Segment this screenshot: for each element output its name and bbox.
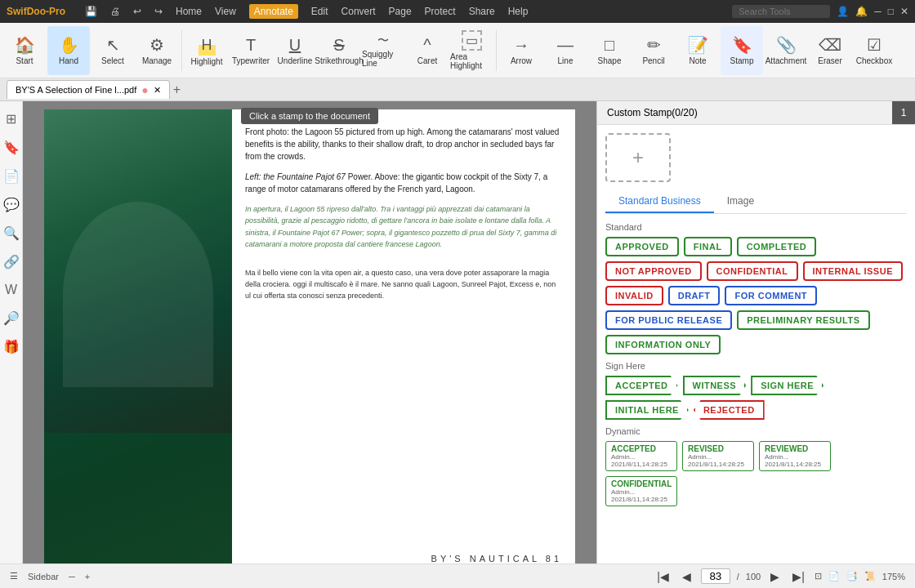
sidebar-search-icon[interactable]: 🔍 [0,222,23,244]
next-page-button[interactable]: ▶ [767,568,783,585]
scroll-icon[interactable]: 📜 [864,571,876,581]
sidebar-thumbnail-icon[interactable]: 📄 [0,165,23,187]
tool-checkbox[interactable]: ☑ Checkbox [853,26,895,75]
menu-help[interactable]: Help [508,6,529,17]
tool-area-highlight[interactable]: ▭ Area Highlight [450,26,493,75]
dynamic-stamp-accepted[interactable]: ACCEPTED Admin... 2021/8/11,14:28:25 [605,441,677,471]
dynamic-stamp-accepted-title: ACCEPTED [611,444,672,453]
menu-convert[interactable]: Convert [341,6,376,17]
page-total: 100 [746,572,761,581]
save-icon[interactable]: 💾 [85,6,97,17]
dynamic-stamp-reviewed[interactable]: REVIEWED Admin... 2021/8/11,14:28:25 [759,441,831,471]
close-icon[interactable]: ✕ [900,6,908,17]
attachment-icon: 📎 [776,35,797,55]
undo-icon[interactable]: ↩ [133,6,141,17]
menu-edit[interactable]: Edit [311,6,328,17]
tool-stamp[interactable]: 🔖 Stamp [721,26,763,75]
stamp-rejected[interactable]: REJECTED [694,400,765,420]
page-number-input[interactable] [701,568,730,584]
tool-caret[interactable]: ^ Caret [406,26,449,75]
redo-icon[interactable]: ↪ [154,6,163,17]
tool-arrow[interactable]: → Arrow [500,26,542,75]
tool-manage[interactable]: ⚙ Manage [136,26,178,75]
tool-typewriter[interactable]: T Typewriter [230,26,272,75]
tool-line-label: Line [558,56,574,65]
menu-page[interactable]: Page [389,6,412,17]
tool-shape[interactable]: □ Shape [588,26,631,75]
tool-underline[interactable]: U Underline [274,26,316,75]
stamp-approved[interactable]: APPROVED [605,237,679,256]
pdf-text-col2: Ma il bello viene con la vita open air, … [245,267,562,302]
pdf-text-p2-label: Left: the Fountaine Pajot 67 [245,172,346,181]
sidebar-gift-icon[interactable]: 🎁 [0,336,23,358]
single-page-icon[interactable]: 📄 [828,571,840,581]
sidebar-home-icon[interactable]: ⊞ [2,108,20,130]
stamp-sign-here[interactable]: SIGN HERE [751,376,824,395]
stamp-for-public-release[interactable]: FOR PUBLIC RELEASE [605,310,732,330]
new-tab-button[interactable]: + [173,82,181,97]
two-page-icon[interactable]: 📑 [846,571,858,581]
stamp-preliminary-results[interactable]: PRELIMINARY RESULTS [737,310,869,330]
stamp-initial-here[interactable]: INITIAL HERE [605,400,689,420]
page-expand-button[interactable]: + [85,572,90,581]
stamp-information-only[interactable]: INFORMATION ONLY [605,335,721,354]
sidebar-toggle-button[interactable]: ☰ [10,571,18,581]
last-page-button[interactable]: ▶| [789,568,808,585]
stamp-draft[interactable]: DRAFT [668,286,721,305]
status-bar: ☰ Sidebar ─ + |◀ ◀ / 100 ▶ ▶| ⊡ 📄 📑 📜 17… [0,564,915,588]
stamp-panel-header: Custom Stamp(0/20) ✕ [597,101,915,125]
page-number-indicator: 1 [892,101,915,124]
tool-attachment[interactable]: 📎 Attachment [765,26,807,75]
sidebar-comment-icon[interactable]: 💬 [0,194,23,216]
stamp-internal-issue[interactable]: INTERNAL ISSUE [803,261,903,281]
menu-share[interactable]: Share [469,6,495,17]
stamp-accepted[interactable]: ACCEPTED [605,376,678,395]
stamp-witness[interactable]: WITNESS [683,376,747,395]
page-shrink-button[interactable]: ─ [69,572,75,581]
minimize-icon[interactable]: ─ [874,6,882,17]
tool-select[interactable]: ↖ Select [92,26,134,75]
notification-icon[interactable]: 🔔 [855,6,868,17]
tool-start-label: Start [16,56,33,65]
stamp-not-approved[interactable]: NOT APPROVED [605,261,702,281]
tab-image[interactable]: Image [714,190,767,213]
tool-eraser[interactable]: ⌫ Eraser [809,26,851,75]
tool-highlight[interactable]: H Highlight [185,26,228,75]
maximize-icon[interactable]: □ [888,6,894,17]
dynamic-stamp-reviewed-title: REVIEWED [765,444,825,453]
tool-strikethrough[interactable]: S Strikethrough [318,26,360,75]
stamp-completed[interactable]: COMPLETED [737,237,817,256]
stamp-final[interactable]: FINAL [684,237,732,256]
menu-bar: SwifDoo-Pro 💾 🖨 ↩ ↪ Home View Annotate E… [0,0,915,23]
tab-close-icon[interactable]: ✕ [154,85,161,96]
fit-page-icon[interactable]: ⊡ [815,571,822,581]
area-highlight-icon: ▭ [462,30,482,51]
first-page-button[interactable]: |◀ [654,568,672,585]
stamp-invalid[interactable]: INVALID [605,286,663,305]
sidebar-bookmark-icon[interactable]: 🔖 [0,136,23,158]
tool-note[interactable]: 📝 Note [676,26,719,75]
menu-annotate[interactable]: Annotate [249,4,298,19]
dynamic-stamp-revised[interactable]: REVISED Admin... 2021/8/11,14:28:25 [682,441,754,471]
tab-standard-business[interactable]: Standard Business [605,190,714,213]
tool-pencil[interactable]: ✏ Pencil [632,26,675,75]
dynamic-stamp-confidential[interactable]: CONFIDENTIAL Admin... 2021/8/11,14:28:25 [605,476,677,506]
sidebar-text-icon[interactable]: W [2,279,20,301]
search-input[interactable] [732,5,830,18]
user-icon[interactable]: 👤 [837,6,849,17]
sidebar-find-icon[interactable]: 🔎 [0,307,23,329]
tool-line[interactable]: — Line [544,26,587,75]
menu-home[interactable]: Home [176,6,202,17]
tool-start[interactable]: 🏠 Start [3,26,46,75]
prev-page-button[interactable]: ◀ [679,568,694,585]
tool-hand[interactable]: ✋ Hand [47,26,90,75]
sidebar-link-icon[interactable]: 🔗 [0,251,23,273]
stamp-confidential[interactable]: CONFIDENTIAL [707,261,798,281]
add-custom-stamp-button[interactable]: + [605,133,671,182]
print-icon[interactable]: 🖨 [110,6,120,17]
document-tab[interactable]: BY'S A Selection of Fine l...pdf ● ✕ [7,80,170,99]
menu-protect[interactable]: Protect [425,6,456,17]
tool-squiggly[interactable]: 〜 Squiggly Line [362,26,404,75]
menu-view[interactable]: View [215,6,236,17]
stamp-for-comment[interactable]: FOR COMMENT [725,286,817,305]
